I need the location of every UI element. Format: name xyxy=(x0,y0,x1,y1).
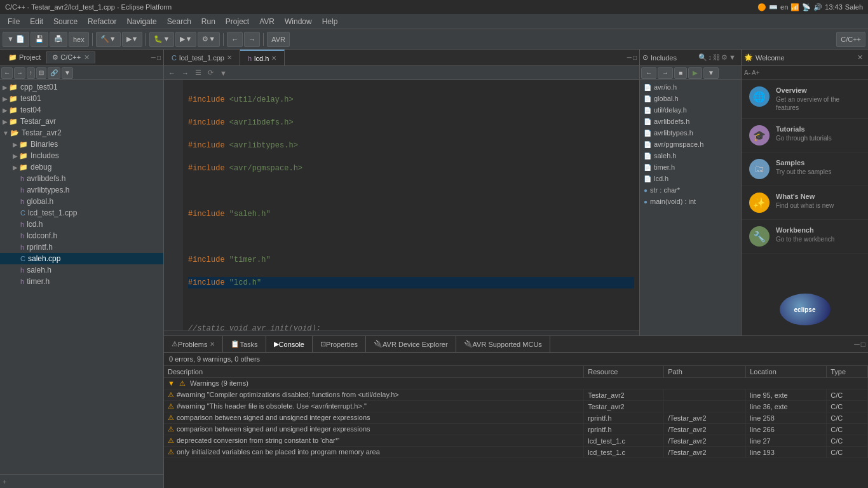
filter-icon[interactable]: 🔍 xyxy=(698,53,707,62)
menu-edit[interactable]: Edit xyxy=(25,16,48,27)
menu-btn[interactable]: ▼ xyxy=(218,69,229,77)
link-icon[interactable]: ⛓ xyxy=(713,53,720,62)
tab-cpp[interactable]: ⚙ C/C++ ✕ xyxy=(46,51,95,64)
run-button[interactable]: ▶▼ xyxy=(175,32,196,47)
tree-item-global.h[interactable]: h global.h xyxy=(0,196,163,207)
tree-item-lcdconf.h[interactable]: h lcdconf.h xyxy=(0,230,163,241)
run-prev-button[interactable]: ▶▼ xyxy=(122,32,143,47)
maximize-left-panel[interactable]: □ xyxy=(157,54,161,61)
includes-item-timer-h[interactable]: 📄 timer.h xyxy=(640,161,741,173)
warning-row-3[interactable]: ⚠comparison between signed and unsigned … xyxy=(164,412,868,424)
tab-problems[interactable]: ⚠ Problems ✕ xyxy=(164,336,223,352)
welcome-item-workbench[interactable]: 🔧 Workbench Go to the workbench xyxy=(742,220,868,254)
inc-stop[interactable]: ■ xyxy=(674,67,687,79)
tree-item-Testar_avr2[interactable]: ▼ 📂 Testar_avr2 xyxy=(0,127,163,139)
welcome-item-samples[interactable]: 🗂 Samples Try out the samples xyxy=(742,152,868,186)
inc-menu[interactable]: ▼ xyxy=(703,67,719,79)
tree-item-avrlibtypes.h[interactable]: h avrlibtypes.h xyxy=(0,184,163,196)
avr-flash[interactable]: AVR xyxy=(267,32,290,47)
tab-lcd_h[interactable]: h lcd.h ✕ xyxy=(240,50,285,65)
warning-row-1[interactable]: ⚠#warning "Compiler optimizations disabl… xyxy=(164,390,868,401)
warnings-group-row[interactable]: ▼ ⚠ Warnings (9 items) xyxy=(164,378,868,390)
tree-item-rprintf.h[interactable]: h rprintf.h xyxy=(0,241,163,253)
tree-item-Binaries[interactable]: ▶ 📁 Binaries xyxy=(0,139,163,150)
menu-source[interactable]: Source xyxy=(48,16,83,27)
menu-project[interactable]: Project xyxy=(220,16,254,27)
maximize-bottom[interactable]: □ xyxy=(861,340,865,349)
tree-forward[interactable]: → xyxy=(14,67,25,79)
tree-item-cpp_test01[interactable]: ▶ 📁 cpp_test01 xyxy=(0,81,163,93)
tree-up[interactable]: ↑ xyxy=(27,67,35,79)
print-button[interactable]: 🖨️ xyxy=(50,32,67,47)
horizontal-scrollbar[interactable] xyxy=(164,330,639,336)
warning-row-6[interactable]: ⚠only initialized variables can be place… xyxy=(164,447,868,458)
tree-collapse[interactable]: ⊟ xyxy=(36,67,46,79)
warning-row-2[interactable]: ⚠#warning "This header file is obsolete.… xyxy=(164,401,868,412)
debug-button[interactable]: 🐛▼ xyxy=(149,32,174,47)
tab-avr-mcu[interactable]: 🔌 AVR Supported MCUs xyxy=(456,336,550,352)
tree-back[interactable]: ← xyxy=(1,67,13,79)
perspective-cpp[interactable]: C/C++ xyxy=(836,32,865,47)
tab-project[interactable]: 📁 Project xyxy=(3,51,46,64)
includes-item-pgmspace[interactable]: 📄 avr/pgmspace.h xyxy=(640,139,741,150)
code-content[interactable]: #include <util/delay.h> #include <avrlib… xyxy=(183,80,639,330)
new-button[interactable]: ▼ 📄 xyxy=(3,32,29,47)
ext-button[interactable]: ⚙▼ xyxy=(198,32,220,47)
menu-navigate[interactable]: Navigate xyxy=(121,16,161,27)
new-item-icon[interactable]: + xyxy=(3,478,6,485)
settings-icon[interactable]: ⚙ xyxy=(721,53,728,62)
includes-item-avr-io[interactable]: 📄 avr/io.h xyxy=(640,81,741,93)
includes-item-saleh-h[interactable]: 📄 saleh.h xyxy=(640,150,741,161)
sync-btn[interactable]: ⟳ xyxy=(206,69,215,77)
tree-item-lcd_test_1.cpp[interactable]: C lcd_test_1.cpp xyxy=(0,207,163,219)
nav-back[interactable]: ← xyxy=(227,32,243,47)
menu-refactor[interactable]: Refactor xyxy=(83,16,121,27)
includes-item-avrlibtypes[interactable]: 📄 avrlibtypes.h xyxy=(640,127,741,139)
inc-next[interactable]: → xyxy=(658,67,673,79)
menu-file[interactable]: File xyxy=(3,16,25,27)
includes-item-str[interactable]: ● str : char* xyxy=(640,184,741,196)
tree-item-Testar_avr[interactable]: ▶ 📁 Testar_avr xyxy=(0,116,163,127)
tree-menu[interactable]: ▼ xyxy=(62,67,73,79)
nav-forward[interactable]: → xyxy=(244,32,260,47)
go-forward-btn[interactable]: → xyxy=(180,69,191,77)
menu-search[interactable]: Search xyxy=(162,16,196,27)
tree-item-lcd.h[interactable]: h lcd.h xyxy=(0,219,163,230)
tree-item-timer.h[interactable]: h timer.h xyxy=(0,276,163,287)
maximize-editor[interactable]: □ xyxy=(633,54,637,61)
inc-run[interactable]: ▶ xyxy=(688,67,702,79)
welcome-close[interactable]: ✕ xyxy=(857,53,863,62)
tree-item-test01[interactable]: ▶ 📁 test01 xyxy=(0,93,163,104)
welcome-item-tutorials[interactable]: 🎓 Tutorials Go through tutorials xyxy=(742,119,868,152)
go-back-btn[interactable]: ← xyxy=(166,69,177,77)
tree-item-avrlibdefs.h[interactable]: h avrlibdefs.h xyxy=(0,173,163,184)
includes-item-avrlibdefs[interactable]: 📄 avrlibdefs.h xyxy=(640,116,741,127)
save-button[interactable]: 💾 xyxy=(31,32,48,47)
includes-item-lcd-h[interactable]: 📄 lcd.h xyxy=(640,173,741,184)
close-problems[interactable]: ✕ xyxy=(210,341,215,348)
menu-run[interactable]: Run xyxy=(196,16,220,27)
tab-properties[interactable]: ⊡ Properties xyxy=(313,336,366,352)
welcome-item-whats-new[interactable]: ✨ What's New Find out what is new xyxy=(742,186,868,220)
welcome-item-overview[interactable]: 🌐 Overview Get an overview of the featur… xyxy=(742,80,868,119)
inc-prev[interactable]: ← xyxy=(641,67,656,79)
tree-item-debug[interactable]: ▶ 📁 debug xyxy=(0,161,163,173)
tab-avr-device[interactable]: 🔌 AVR Device Explorer xyxy=(366,336,456,352)
code-editor[interactable]: #include <util/delay.h> #include <avrlib… xyxy=(164,80,639,330)
menu-help[interactable]: Help xyxy=(317,16,343,27)
close-tab-lcd-h[interactable]: ✕ xyxy=(271,55,276,62)
minimize-bottom[interactable]: ─ xyxy=(854,340,860,349)
sort-icon[interactable]: ↕ xyxy=(709,53,712,62)
menu-includes[interactable]: ▼ xyxy=(729,53,736,62)
menu-avr[interactable]: AVR xyxy=(254,16,280,27)
tree-item-Includes[interactable]: ▶ 📁 Includes xyxy=(0,150,163,161)
tree-item-saleh.cpp[interactable]: C saleh.cpp xyxy=(0,253,163,264)
menu-window[interactable]: Window xyxy=(280,16,317,27)
includes-item-util-delay[interactable]: 📄 util/delay.h xyxy=(640,104,741,116)
includes-item-main[interactable]: ● main(void) : int xyxy=(640,196,741,207)
minimize-left-panel[interactable]: ─ xyxy=(151,54,156,61)
minimize-editor[interactable]: ─ xyxy=(627,54,632,61)
includes-item-global[interactable]: 📄 global.h xyxy=(640,93,741,104)
tree-item-test04[interactable]: ▶ 📁 test04 xyxy=(0,104,163,116)
tab-lcd_test_1[interactable]: C lcd_test_1.cpp ✕ xyxy=(164,50,240,65)
